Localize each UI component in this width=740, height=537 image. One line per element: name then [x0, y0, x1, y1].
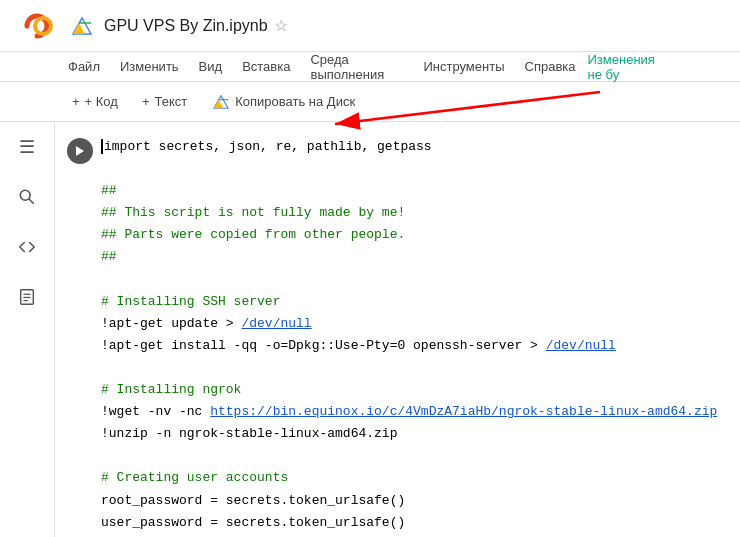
code-line-blank2 — [101, 269, 732, 291]
code-line-unzip: !unzip -n ngrok-stable-linux-amd64.zip — [101, 423, 732, 445]
code-line-blank1 — [101, 158, 732, 180]
code-area[interactable]: import secrets, json, re, pathlib, getpa… — [55, 122, 740, 537]
menu-file[interactable]: Файл — [60, 55, 108, 78]
add-text-button[interactable]: + Текст — [130, 88, 199, 115]
drive-icon — [72, 17, 92, 35]
code-line-1: import secrets, json, re, pathlib, getpa… — [101, 136, 732, 158]
add-text-label: Текст — [155, 94, 188, 109]
menu-edit[interactable]: Изменить — [112, 55, 187, 78]
plus-code-icon: + — [72, 94, 80, 109]
code-line-hash3: ## Parts were copied from other people. — [101, 224, 732, 246]
svg-marker-4 — [73, 23, 85, 34]
menu-tools[interactable]: Инструменты — [415, 55, 512, 78]
code-line-comment-ssh: # Installing SSH server — [101, 291, 732, 313]
code-line-comment-users: # Creating user accounts — [101, 467, 732, 489]
top-bar: GPU VPS By Zin.ipynb ☆ — [0, 0, 740, 52]
plus-text-icon: + — [142, 94, 150, 109]
copy-to-drive-label: Копировать на Диск — [235, 94, 355, 109]
toolbar: + + Код + Текст Копировать на Диск — [0, 82, 740, 122]
copy-to-drive-button[interactable]: Копировать на Диск — [199, 88, 369, 115]
sidebar-search-icon[interactable] — [12, 182, 42, 212]
svg-line-10 — [29, 199, 33, 203]
code-line-user-pass: user_password = secrets.token_urlsafe() — [101, 512, 732, 534]
code-line-blank3 — [101, 357, 732, 379]
colab-logo — [10, 3, 64, 49]
code-line-comment-ngrok: # Installing ngrok — [101, 379, 732, 401]
unsaved-changes: Изменения не бу — [588, 52, 671, 82]
title-area: GPU VPS By Zin.ipynb ☆ — [104, 16, 730, 35]
code-line-wget: !wget -nv -nc https://bin.equinox.io/c/4… — [101, 401, 732, 423]
drive-copy-icon — [213, 95, 229, 109]
menu-help[interactable]: Справка — [517, 55, 584, 78]
code-line-hash4: ## — [101, 246, 732, 268]
code-content[interactable]: import secrets, json, re, pathlib, getpa… — [101, 136, 732, 537]
run-button[interactable] — [67, 138, 93, 164]
sidebar-files-icon[interactable] — [12, 282, 42, 312]
code-line-apt1: !apt-get update > /dev/null — [101, 313, 732, 335]
code-line-blank4 — [101, 445, 732, 467]
menu-view[interactable]: Вид — [191, 55, 231, 78]
code-line-apt2: !apt-get install -qq -o=Dpkg::Use-Pty=0 … — [101, 335, 732, 357]
sidebar-code-icon[interactable] — [12, 232, 42, 262]
code-line-hash2: ## This script is not fully made by me! — [101, 202, 732, 224]
svg-marker-7 — [214, 99, 223, 108]
code-cell: import secrets, json, re, pathlib, getpa… — [59, 132, 740, 537]
add-code-button[interactable]: + + Код — [60, 88, 130, 115]
sidebar: ☰ — [0, 122, 55, 537]
notebook-title: GPU VPS By Zin.ipynb — [104, 17, 268, 35]
menu-runtime[interactable]: Среда выполнения — [302, 48, 411, 86]
main-layout: ☰ — [0, 122, 740, 537]
star-icon[interactable]: ☆ — [274, 16, 288, 35]
menu-bar: Файл Изменить Вид Вставка Среда выполнен… — [0, 52, 740, 82]
add-code-label: + Код — [85, 94, 118, 109]
menu-insert[interactable]: Вставка — [234, 55, 298, 78]
logo-svg — [17, 6, 57, 46]
svg-point-9 — [20, 190, 30, 200]
code-line-hash1: ## — [101, 180, 732, 202]
sidebar-menu-icon[interactable]: ☰ — [12, 132, 42, 162]
svg-marker-15 — [76, 146, 84, 156]
code-line-root-pass: root_password = secrets.token_urlsafe() — [101, 490, 732, 512]
